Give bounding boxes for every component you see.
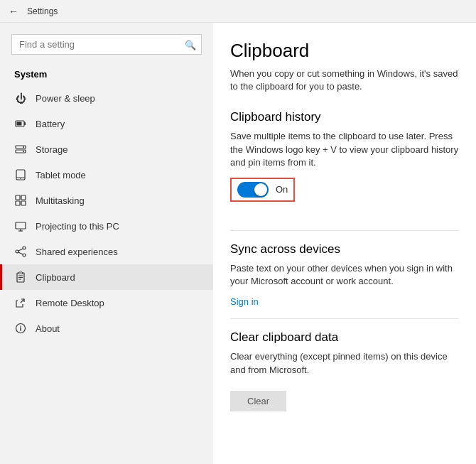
svg-rect-12 [16, 201, 20, 205]
svg-rect-23 [19, 272, 23, 274]
shared-icon [14, 245, 27, 258]
sidebar-item-label: Storage [36, 144, 68, 155]
sidebar-item-label: About [36, 323, 60, 334]
svg-line-20 [18, 249, 23, 251]
svg-point-18 [16, 250, 18, 253]
sidebar-item-label: Tablet mode [36, 170, 86, 180]
svg-point-5 [23, 146, 24, 148]
divider-1 [230, 230, 459, 231]
svg-rect-2 [17, 122, 22, 126]
sidebar-item-label: Multitasking [36, 195, 85, 206]
projecting-icon [14, 220, 27, 232]
history-toggle[interactable] [237, 182, 269, 198]
system-heading: System [0, 63, 213, 85]
svg-line-21 [18, 252, 23, 254]
sidebar: 🔍 System ⏻ Power & sleep Battery [0, 23, 213, 464]
titlebar: ← Settings [0, 0, 476, 23]
history-toggle-container: On [230, 178, 295, 202]
sidebar-item-label: Power & sleep [36, 93, 95, 104]
svg-point-6 [23, 151, 24, 152]
svg-point-17 [23, 247, 26, 249]
clear-title: Clear clipboard data [230, 330, 459, 345]
titlebar-title: Settings [27, 6, 58, 16]
page-title: Clipboard [230, 40, 459, 62]
sync-title: Sync across devices [230, 242, 459, 257]
battery-icon [14, 117, 27, 130]
sidebar-item-tablet[interactable]: Tablet mode [0, 162, 213, 188]
svg-point-9 [20, 178, 21, 179]
back-button[interactable]: ← [9, 6, 18, 17]
clipboard-icon [14, 271, 27, 284]
toggle-state-label: On [276, 184, 288, 195]
divider-2 [230, 318, 459, 319]
svg-point-30 [20, 325, 21, 327]
history-title: Clipboard history [230, 110, 459, 124]
svg-rect-1 [24, 122, 26, 125]
svg-rect-13 [21, 201, 26, 205]
multitasking-icon [14, 194, 27, 207]
search-icon: 🔍 [185, 39, 196, 50]
sidebar-item-label: Shared experiences [36, 247, 118, 257]
search-input[interactable] [11, 34, 202, 55]
sidebar-item-label: Remote Desktop [36, 298, 104, 308]
svg-rect-10 [16, 195, 20, 200]
svg-point-19 [23, 254, 26, 257]
main-layout: 🔍 System ⏻ Power & sleep Battery [0, 23, 476, 464]
page-desc: When you copy or cut something in Window… [230, 68, 459, 93]
svg-rect-11 [21, 195, 26, 200]
clear-button[interactable]: Clear [230, 391, 286, 411]
clear-desc: Clear everything (except pinned items) o… [230, 350, 459, 376]
sidebar-item-remote[interactable]: Remote Desktop [0, 290, 213, 315]
sidebar-item-label: Battery [36, 119, 65, 129]
sidebar-item-projecting[interactable]: Projecting to this PC [0, 213, 213, 239]
sidebar-item-label: Projecting to this PC [36, 221, 119, 232]
content-panel: Clipboard When you copy or cut something… [213, 23, 476, 464]
about-icon [14, 322, 27, 335]
sync-desc: Paste text on your other devices when yo… [230, 262, 459, 288]
storage-icon [14, 143, 27, 156]
sidebar-item-power[interactable]: ⏻ Power & sleep [0, 85, 213, 111]
svg-rect-14 [16, 222, 26, 229]
search-container: 🔍 [11, 34, 202, 55]
sidebar-item-label: Clipboard [36, 272, 75, 283]
sidebar-item-about[interactable]: About [0, 315, 213, 341]
power-icon: ⏻ [14, 92, 27, 104]
sidebar-item-storage[interactable]: Storage [0, 136, 213, 162]
sign-in-link[interactable]: Sign in [230, 296, 459, 307]
svg-line-27 [21, 299, 24, 303]
remote-icon [14, 296, 27, 309]
sidebar-item-clipboard[interactable]: Clipboard [0, 264, 213, 290]
sidebar-item-shared[interactable]: Shared experiences [0, 239, 213, 264]
toggle-knob [254, 183, 267, 196]
sidebar-item-multitasking[interactable]: Multitasking [0, 188, 213, 213]
history-desc: Save multiple items to the clipboard to … [230, 130, 459, 169]
tablet-icon [14, 168, 27, 181]
sidebar-item-battery[interactable]: Battery [0, 111, 213, 136]
